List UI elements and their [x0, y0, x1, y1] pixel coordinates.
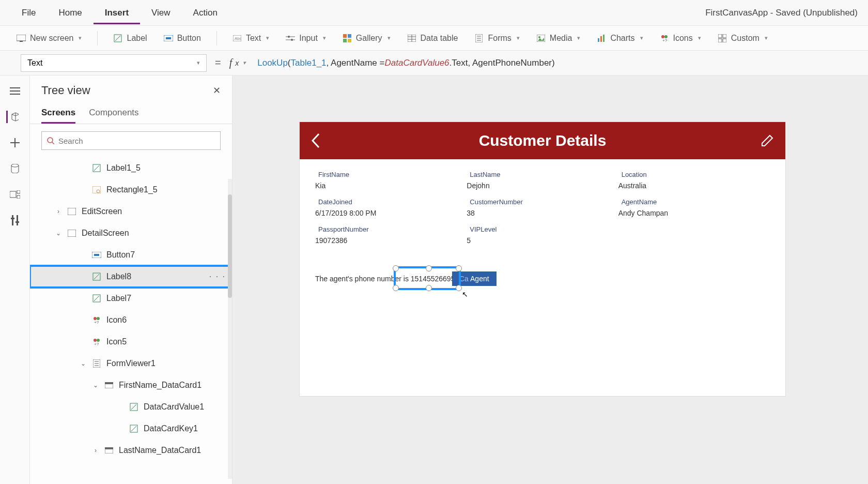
tree-item[interactable]: Rectangle1_5 [30, 179, 232, 201]
chevron-icon[interactable]: ⌄ [80, 360, 87, 367]
text-icon: Abc [233, 34, 242, 43]
insert-icon[interactable] [9, 137, 21, 149]
tab-screens[interactable]: Screens [41, 103, 75, 124]
chevron-icon[interactable]: ⌄ [55, 230, 62, 237]
forms-label: Forms [488, 34, 511, 43]
advanced-icon[interactable] [9, 214, 21, 226]
svg-rect-41 [10, 191, 16, 198]
chevron-down-icon: ▾ [323, 35, 326, 41]
tree-item[interactable]: ⌄FirstName_DataCard1 [30, 374, 232, 396]
svg-point-10 [291, 39, 293, 41]
input-icon [286, 34, 295, 43]
label-icon [113, 34, 122, 43]
data-icon[interactable] [9, 162, 21, 175]
field-value: 6/17/2019 8:00 PM [315, 208, 467, 218]
call-agent-button[interactable]: Ca Agent [452, 271, 497, 286]
tree-search[interactable] [41, 131, 221, 150]
svg-rect-43 [17, 195, 20, 199]
svg-point-8 [288, 36, 290, 38]
svg-rect-27 [603, 35, 605, 42]
close-icon[interactable]: ✕ [213, 85, 221, 96]
media-panel-icon[interactable] [9, 188, 21, 201]
property-selector-value: Text [27, 58, 42, 68]
svg-rect-4 [166, 37, 171, 39]
svg-rect-46 [11, 218, 14, 219]
tree-item[interactable]: Label8· · · [30, 266, 232, 288]
tree-item[interactable]: Label7 [30, 288, 232, 309]
tree-item[interactable]: Label1_5 [30, 157, 232, 179]
menu-file[interactable]: File [10, 2, 47, 24]
formula-bar: Text ▾ = fx▾ LookUp(Table1_1, AgentName … [0, 51, 868, 75]
svg-text:+?: +? [94, 342, 99, 346]
tree-item[interactable]: DataCardValue1 [30, 396, 232, 418]
new-screen-button[interactable]: New screen ▾ [10, 31, 88, 46]
tree-item[interactable]: +?Icon6 [30, 309, 232, 331]
tree-item[interactable]: ⌄DetailScreen [30, 222, 232, 244]
tree-item-label: EditScreen [82, 207, 122, 216]
canvas-area[interactable]: Customer Details FirstNameKiaLastNameDej… [233, 75, 868, 484]
tree-item[interactable]: Button7 [30, 244, 232, 266]
tree-item[interactable]: ›EditScreen [30, 201, 232, 222]
more-icon[interactable]: · · · [209, 272, 226, 281]
tab-components[interactable]: Components [89, 103, 138, 124]
media-dropdown[interactable]: Media ▾ [530, 31, 587, 46]
edit-icon[interactable] [761, 134, 774, 147]
tree-item[interactable]: ⌄FormViewer1 [30, 353, 232, 374]
chevron-down-icon: ▾ [79, 35, 82, 41]
hamburger-icon[interactable] [9, 85, 21, 97]
svg-rect-12 [348, 34, 351, 38]
gallery-dropdown[interactable]: Gallery ▾ [336, 31, 397, 46]
svg-rect-32 [723, 34, 726, 38]
forms-dropdown[interactable]: Forms ▾ [468, 31, 525, 46]
custom-dropdown[interactable]: Custom ▾ [711, 31, 774, 46]
menu-action[interactable]: Action [182, 2, 229, 24]
field-label: VIPLevel [467, 223, 618, 235]
property-selector[interactable]: Text ▾ [21, 54, 207, 72]
data-table-label: Data table [421, 34, 458, 43]
icons-dropdown[interactable]: +? Icons ▾ [654, 31, 707, 46]
chevron-icon[interactable]: › [92, 447, 99, 454]
label-icon [92, 294, 101, 303]
label-icon [129, 402, 138, 412]
text-dropdown[interactable]: Abc Text ▾ [226, 31, 275, 46]
media-icon [536, 34, 546, 43]
field-label: FirstName [315, 169, 467, 180]
text-label: Text [246, 34, 261, 43]
svg-rect-0 [17, 35, 26, 41]
tree-item[interactable]: ›LastName_DataCard1 [30, 440, 232, 461]
menu-view[interactable]: View [140, 2, 182, 24]
icons-label: Icons [673, 34, 693, 43]
svg-rect-14 [348, 39, 351, 42]
screen-icon [17, 34, 26, 43]
svg-rect-31 [718, 34, 722, 38]
tree-item-label: DataCardValue1 [144, 402, 204, 412]
fx-icon[interactable]: fx▾ [229, 57, 246, 69]
tree-view-icon[interactable] [6, 111, 19, 123]
svg-point-48 [48, 138, 53, 143]
button-button[interactable]: Button [158, 31, 207, 46]
tree-item-label: Icon6 [106, 315, 127, 325]
table-icon [407, 34, 416, 43]
back-icon[interactable] [311, 133, 321, 148]
custom-label: Custom [731, 34, 760, 43]
charts-dropdown[interactable]: Charts ▾ [591, 31, 649, 46]
label-button[interactable]: Label [107, 31, 153, 46]
tree-item[interactable]: +?Icon5 [30, 331, 232, 353]
main-layout: Tree view ✕ Screens Components Label1_5R… [0, 75, 868, 484]
chevron-down-icon: ▾ [243, 59, 246, 66]
menu-home[interactable]: Home [47, 2, 93, 24]
chevron-icon[interactable]: ⌄ [92, 382, 99, 389]
scrollbar[interactable] [228, 179, 232, 479]
chevron-icon[interactable]: › [55, 208, 62, 215]
input-dropdown[interactable]: Input ▾ [280, 31, 332, 46]
data-table-button[interactable]: Data table [401, 31, 464, 46]
ribbon-toolbar: New screen ▾ Label Button Abc Text ▾ Inp… [0, 26, 868, 51]
tree-item[interactable]: DataCardKey1 [30, 418, 232, 440]
formula-token-ref2: DataCardValue6 [384, 58, 449, 68]
formula-token-fn: LookUp [257, 58, 288, 68]
form-field: DateJoined6/17/2019 8:00 PM [315, 196, 467, 218]
formula-input[interactable]: LookUp(Table1_1, AgentName = DataCardVal… [254, 54, 847, 72]
menu-insert[interactable]: Insert [94, 2, 140, 24]
svg-text:+?: +? [94, 320, 99, 324]
search-input[interactable] [58, 137, 215, 145]
